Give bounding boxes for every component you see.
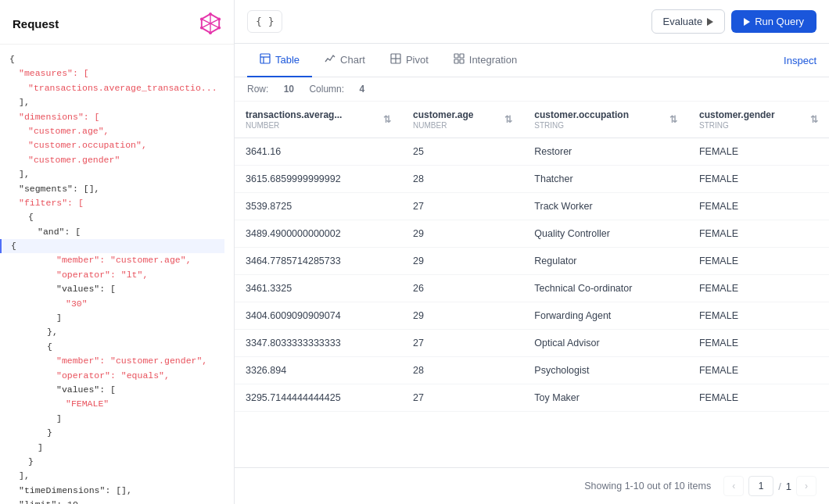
cell-3-0: 3489.4900000000002 (235, 220, 402, 248)
col-type-1: NUMBER (413, 121, 473, 130)
left-panel: Request {"measures": ["transactions.aver… (0, 0, 235, 504)
cell-5-2: Technical Co-ordinator (523, 275, 688, 302)
cell-1-2: Thatcher (523, 166, 688, 193)
cell-7-2: Optical Advisor (523, 330, 688, 357)
data-table: transactions.averag...NUMBER⇅customer.ag… (235, 102, 829, 412)
cell-1-0: 3615.6859999999992 (235, 166, 402, 193)
pivot-tab-icon (390, 53, 401, 66)
inspect-link[interactable]: Inspect (784, 45, 816, 76)
svg-rect-17 (460, 54, 464, 58)
cell-7-0: 3347.8033333333333 (235, 330, 402, 357)
tab-integration[interactable]: Integration (441, 44, 529, 77)
pivot-tab-label: Pivot (406, 54, 429, 66)
cell-0-2: Restorer (523, 138, 688, 166)
svg-rect-16 (454, 54, 458, 58)
cell-9-0: 3295.7144444444425 (235, 384, 402, 412)
svg-rect-18 (454, 59, 458, 63)
toolbar-right: Evaluate Run Query (651, 9, 816, 34)
sort-icon-2[interactable]: ⇅ (669, 114, 677, 125)
svg-point-9 (200, 18, 203, 21)
prev-page-button[interactable]: ‹ (723, 476, 744, 496)
cell-8-1: 28 (402, 357, 523, 384)
cell-6-1: 29 (402, 302, 523, 330)
cell-3-3: FEMALE (688, 220, 829, 248)
meta-row: Row: 10 Column: 4 (235, 77, 829, 102)
evaluate-button[interactable]: Evaluate (651, 9, 726, 34)
json-format-button[interactable]: { } (247, 10, 282, 33)
left-panel-title: Request (13, 17, 59, 30)
cell-7-3: FEMALE (688, 330, 829, 357)
svg-point-4 (209, 13, 212, 16)
cell-2-1: 27 (402, 193, 523, 220)
tab-table[interactable]: Table (247, 44, 312, 77)
cell-3-2: Quality Controller (523, 220, 688, 248)
sort-icon-3[interactable]: ⇅ (810, 114, 818, 125)
integration-tab-label: Integration (469, 54, 517, 66)
code-area[interactable]: {"measures": ["transactions.average_tran… (0, 45, 234, 504)
col-name-0: transactions.averag... (246, 109, 342, 120)
cell-9-1: 27 (402, 384, 523, 412)
cell-7-1: 27 (402, 330, 523, 357)
cell-2-3: FEMALE (688, 193, 829, 220)
sort-icon-1[interactable]: ⇅ (504, 114, 512, 125)
cell-5-0: 3461.3325 (235, 275, 402, 302)
cell-8-2: Psychologist (523, 357, 688, 384)
svg-point-6 (217, 27, 221, 30)
cell-6-0: 3404.6009090909074 (235, 302, 402, 330)
left-panel-header: Request (0, 0, 234, 45)
tabs-bar: TableChartPivotIntegration Inspect (235, 44, 829, 77)
table-row: 3461.332526Technical Co-ordinatorFEMALE (235, 275, 829, 302)
svg-rect-19 (460, 59, 464, 63)
col-type-0: NUMBER (246, 121, 342, 130)
svg-rect-10 (260, 54, 270, 63)
chart-tab-label: Chart (340, 54, 365, 66)
col-type-2: STRING (534, 121, 629, 130)
chart-tab-icon (325, 53, 336, 66)
cell-6-3: FEMALE (688, 302, 829, 330)
sort-icon-0[interactable]: ⇅ (383, 114, 391, 125)
cell-4-0: 3464.7785714285733 (235, 248, 402, 275)
table-container[interactable]: transactions.averag...NUMBER⇅customer.ag… (235, 102, 829, 467)
cell-3-1: 29 (402, 220, 523, 248)
column-label: Column: 4 (309, 84, 364, 95)
table-row: 3539.872527Track WorkerFEMALE (235, 193, 829, 220)
toolbar: { } Evaluate Run Query (235, 0, 829, 44)
table-row: 3464.778571428573329RegulatorFEMALE (235, 248, 829, 275)
table-row: 3489.490000000000229Quality ControllerFE… (235, 220, 829, 248)
col-name-1: customer.age (413, 109, 473, 120)
cell-5-1: 26 (402, 275, 523, 302)
run-query-button[interactable]: Run Query (731, 10, 816, 33)
run-play-icon (744, 18, 750, 26)
col-type-3: STRING (699, 121, 775, 130)
table-tab-label: Table (275, 54, 300, 66)
cell-8-0: 3326.894 (235, 357, 402, 384)
svg-point-7 (209, 31, 212, 34)
cell-4-1: 29 (402, 248, 523, 275)
cell-2-2: Track Worker (523, 193, 688, 220)
column-header-2: customer.occupationSTRING⇅ (523, 102, 688, 138)
pagination-info: Showing 1-10 out of 10 items (584, 481, 711, 491)
cell-4-3: FEMALE (688, 248, 829, 275)
cell-6-2: Forwarding Agent (523, 302, 688, 330)
cell-9-3: FEMALE (688, 384, 829, 412)
cell-9-2: Toy Maker (523, 384, 688, 412)
table-row: 3404.600909090907429Forwarding AgentFEMA… (235, 302, 829, 330)
evaluate-label: Evaluate (663, 16, 703, 27)
table-row: 3615.685999999999228ThatcherFEMALE (235, 166, 829, 193)
cell-0-0: 3641.16 (235, 138, 402, 166)
tab-chart[interactable]: Chart (312, 44, 378, 77)
next-page-button[interactable]: › (796, 476, 816, 496)
toolbar-left: { } (247, 10, 282, 33)
total-pages: 1 (786, 481, 791, 492)
column-header-0: transactions.averag...NUMBER⇅ (235, 102, 402, 138)
page-input[interactable] (748, 476, 773, 496)
tabs-left: TableChartPivotIntegration (247, 44, 529, 77)
svg-point-5 (217, 18, 221, 21)
pagination-bar: Showing 1-10 out of 10 items ‹ / 1 › (235, 467, 829, 504)
table-row: 3641.1625RestorerFEMALE (235, 138, 829, 166)
graphql-icon (199, 13, 221, 34)
col-name-3: customer.gender (699, 109, 775, 120)
tab-pivot[interactable]: Pivot (378, 44, 441, 77)
page-separator: / (778, 481, 781, 492)
table-row: 3347.803333333333327Optical AdvisorFEMAL… (235, 330, 829, 357)
